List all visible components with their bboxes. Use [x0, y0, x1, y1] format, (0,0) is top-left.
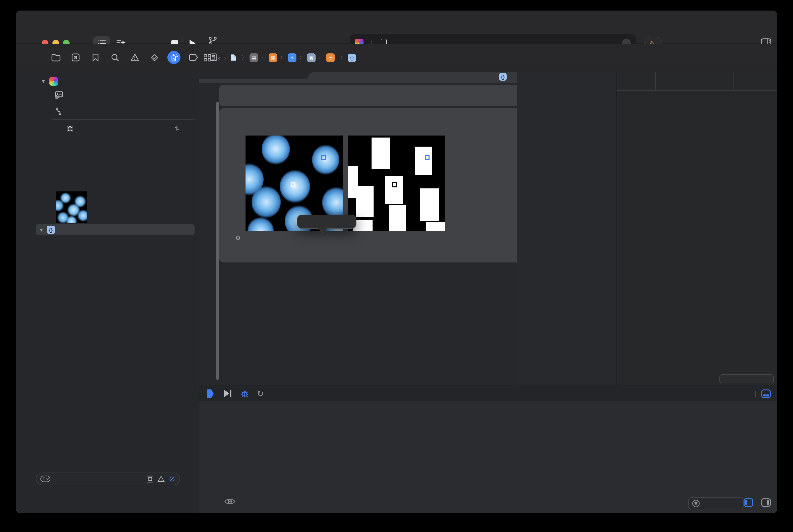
squeeze-icon[interactable] [147, 475, 154, 482]
summary-icon [55, 91, 63, 99]
bug-blue-icon [240, 389, 249, 398]
spray-filter-icon[interactable] [168, 475, 176, 482]
console-output-line[interactable] [199, 402, 777, 406]
inline-variable-in[interactable] [219, 84, 517, 106]
column-header-offset[interactable] [656, 72, 690, 90]
function-badge-icon: {} [47, 226, 55, 234]
forward-button[interactable]: › [224, 54, 226, 62]
tab-bookmarks[interactable] [89, 51, 102, 64]
render-pass-icon[interactable]: ▦ [269, 53, 277, 62]
test-diamond-icon [150, 53, 159, 62]
debug-thumbnail[interactable] [56, 191, 87, 223]
draw-call-icon[interactable]: ☰ [326, 53, 335, 62]
breadcrumb: | ‹ › 〉 ▤ 〉 ▦ 〉 ✶ 〉 ◉ 〉 ☰ 〉 {} [204, 44, 616, 72]
frame-icon[interactable]: ▤ [250, 53, 258, 62]
mask-pixel-marker[interactable] [392, 182, 397, 187]
related-items-icon[interactable] [204, 54, 211, 61]
tab-issues[interactable] [128, 51, 141, 64]
debug-console[interactable] [199, 402, 777, 513]
search-icon [111, 53, 119, 61]
filter-icon [692, 499, 700, 507]
column-header-float0[interactable] [690, 72, 734, 90]
tag-icon [189, 54, 198, 61]
min-max-values: ⚙ [230, 235, 517, 252]
scope-badge-icon: {} [499, 73, 506, 81]
console-filter-field[interactable] [688, 497, 743, 509]
tab-tags[interactable] [187, 51, 200, 64]
buffer-table-header [616, 72, 777, 91]
navigator-filter-field[interactable] [36, 473, 180, 485]
column-header-float1[interactable] [734, 72, 777, 90]
scope-indicator-bar [216, 102, 219, 380]
iteration-tab: {} [199, 72, 517, 83]
right-panel-toggle-icon[interactable] [761, 498, 771, 507]
value-image-label [245, 125, 343, 133]
value-pixel-marker-selected[interactable] [321, 155, 326, 160]
shader-variables-panel [517, 72, 616, 385]
navigation-bar: | ‹ › 〉 ▤ 〉 ▦ 〉 ✶ 〉 ◉ 〉 ☰ 〉 {} 〈 ⚠ 〉 | [16, 44, 777, 72]
navigator-tab-bar [50, 51, 220, 64]
spray-can-icon [170, 53, 178, 61]
breakpoint-icon [206, 389, 214, 398]
function-badge-icon: {} [348, 54, 356, 62]
tab-tests[interactable] [148, 51, 161, 64]
sidebar-item-dependencies[interactable] [16, 104, 199, 119]
bottom-panel-icon[interactable] [761, 389, 771, 398]
return-value-row[interactable] [230, 113, 517, 124]
tree-item-function[interactable]: ▼ {} [36, 224, 195, 235]
popover-arrow [318, 228, 327, 233]
vertex-buffer-panel [616, 72, 777, 385]
divider [219, 497, 219, 509]
debug-shader-button[interactable] [240, 389, 249, 398]
file-icon [230, 54, 236, 61]
divider [517, 72, 517, 385]
buffer-offset-input[interactable] [719, 374, 774, 383]
gear-icon[interactable]: ⚙ [230, 235, 245, 252]
tab-project-navigator[interactable] [50, 51, 62, 64]
quicklook-eye-icon[interactable] [224, 498, 236, 505]
mask-pixel-marker-selected[interactable] [425, 155, 429, 160]
breakpoints-toggle-button[interactable] [206, 389, 214, 398]
title-bar: 〉 ⚠ [16, 11, 777, 44]
gpu-chip-icon [72, 53, 80, 61]
return-value-panel: ⚙ [219, 108, 517, 263]
mask-preview-image[interactable] [348, 135, 445, 231]
pixel-coordinates [92, 192, 124, 198]
value-pixel-marker[interactable] [291, 182, 295, 187]
tab-gpu-navigator[interactable] [69, 51, 82, 64]
debug-bar: ↻ | [199, 385, 777, 402]
left-panel-toggle-icon[interactable] [743, 498, 753, 507]
chevron-up-down-icon[interactable]: ⇅ [175, 125, 180, 132]
warning-filter-icon[interactable] [157, 476, 165, 482]
tab-debug-gpu[interactable] [167, 51, 181, 64]
command-buffer-icon[interactable]: ✶ [288, 53, 296, 62]
back-button[interactable]: ‹ [218, 54, 220, 62]
mask-image-label [348, 125, 445, 133]
dependencies-icon [55, 107, 62, 115]
folder-icon [51, 54, 60, 61]
divider [51, 119, 195, 120]
divider [51, 103, 195, 103]
tab-find[interactable] [108, 51, 122, 64]
disclosure-chevron-icon[interactable]: ▼ [39, 227, 44, 232]
sidebar-item-summary[interactable] [16, 88, 199, 102]
xcode-window: 〉 ⚠ [16, 11, 777, 513]
shader-debugger-selector[interactable]: ⇅ [16, 120, 199, 135]
disclosure-chevron-icon[interactable]: ▼ [41, 79, 46, 84]
project-app-icon [50, 77, 58, 86]
pixel-value-popover [297, 215, 356, 229]
shader-call-tree: ▼ {} [16, 224, 199, 235]
breadcrumb-divider: | [214, 55, 215, 61]
bug-icon [66, 125, 74, 133]
step-over-icon [223, 390, 233, 398]
buffer-footer [616, 372, 777, 385]
reload-button[interactable]: ↻ [257, 389, 264, 398]
sidebar-project-row[interactable]: ▼ [16, 72, 199, 88]
encoder-group-icon[interactable]: ◉ [307, 53, 316, 62]
issue-triangle-icon [130, 53, 139, 61]
filter-icon [40, 476, 51, 482]
bookmark-icon [92, 53, 98, 61]
source-editor[interactable]: {} [199, 72, 517, 385]
continue-button[interactable] [223, 390, 233, 398]
column-header-row[interactable] [616, 72, 656, 90]
